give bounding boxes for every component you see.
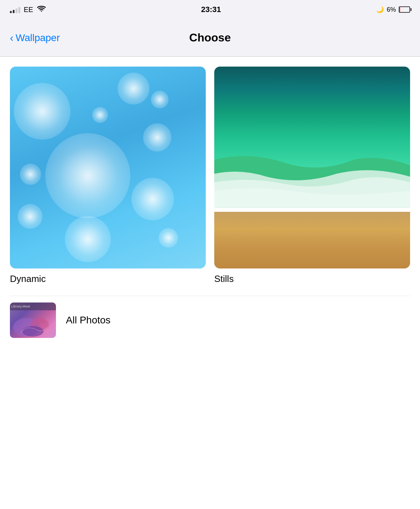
moon-icon: 🌙 <box>376 6 384 13</box>
bokeh-circle <box>45 133 130 218</box>
wave-svg <box>214 151 410 208</box>
bokeh-circle <box>65 216 111 262</box>
time-display: 23:31 <box>201 5 221 14</box>
status-bar: EE 23:31 🌙 6% <box>0 0 420 19</box>
wallpaper-item-stills[interactable]: Stills <box>214 67 410 284</box>
signal-bar-1 <box>10 11 12 13</box>
battery-icon <box>399 6 410 13</box>
carrier-label: EE <box>24 6 33 14</box>
all-photos-label: All Photos <box>66 315 110 326</box>
page-title: Choose <box>189 31 231 44</box>
content-area: Dynamic <box>0 57 420 341</box>
stills-thumbnail[interactable] <box>214 67 410 268</box>
svg-point-2 <box>22 326 44 336</box>
bokeh-circle <box>118 73 149 104</box>
bokeh-circle <box>131 178 174 220</box>
stills-label: Stills <box>214 273 410 284</box>
sand-bottom <box>214 212 410 268</box>
signal-bar-4 <box>18 7 20 13</box>
photo-strip-text: Library.Meat <box>11 305 30 308</box>
dynamic-thumbnail[interactable] <box>10 67 206 268</box>
signal-bar-3 <box>16 9 17 13</box>
nav-bar: ‹ Wallpaper Choose <box>0 19 420 57</box>
back-label: Wallpaper <box>16 32 60 44</box>
all-photos-thumbnail: Library.Meat <box>10 302 56 338</box>
dynamic-wallpaper-preview <box>10 67 206 268</box>
bokeh-circle <box>18 204 42 229</box>
bokeh-circle <box>151 91 169 108</box>
bokeh-circle <box>20 164 41 185</box>
chevron-left-icon: ‹ <box>10 33 13 43</box>
signal-bar-2 <box>13 10 15 13</box>
wallpaper-item-dynamic[interactable]: Dynamic <box>10 67 206 284</box>
stills-wallpaper-preview <box>214 67 410 268</box>
wifi-icon <box>37 5 46 14</box>
bokeh-circle <box>14 83 70 140</box>
signal-bars-icon <box>10 6 20 13</box>
status-left: EE <box>10 5 46 14</box>
battery-percentage: 6% <box>387 6 396 13</box>
wallpaper-grid: Dynamic <box>10 67 410 284</box>
dynamic-label: Dynamic <box>10 273 206 284</box>
photo-strip: Library.Meat <box>10 302 56 310</box>
status-right: 🌙 6% <box>376 6 410 13</box>
nav-bar-inner: ‹ Wallpaper Choose <box>10 32 410 44</box>
battery-fill <box>399 7 400 12</box>
back-button[interactable]: ‹ Wallpaper <box>10 32 60 44</box>
bokeh-circle <box>92 107 108 123</box>
all-photos-art <box>10 311 56 338</box>
all-photos-row[interactable]: Library.Meat All Photos <box>10 296 410 341</box>
bokeh-circle <box>159 228 178 248</box>
bokeh-circle <box>143 123 171 152</box>
